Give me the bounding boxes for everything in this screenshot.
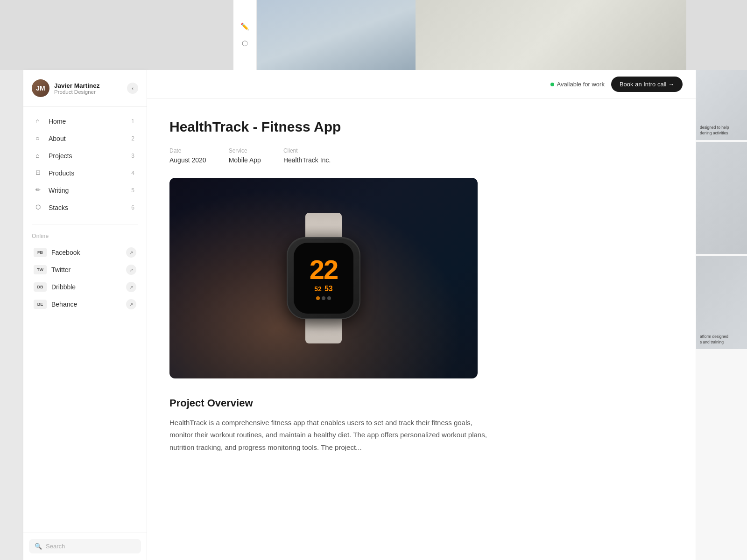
watch-band-bottom bbox=[305, 319, 342, 343]
nav-label-stacks: Stacks bbox=[49, 204, 131, 211]
available-dot bbox=[550, 83, 554, 86]
home-icon: ⌂ bbox=[35, 117, 44, 126]
user-role: Product Designer bbox=[54, 89, 100, 95]
watch-screen: 22 52 53 bbox=[294, 243, 353, 314]
nav-number-writing: 5 bbox=[131, 187, 134, 194]
search-placeholder: Search bbox=[46, 543, 65, 550]
watch-time: 22 bbox=[310, 256, 338, 283]
watch-stat-2: 53 bbox=[324, 285, 333, 293]
client-label: Client bbox=[283, 147, 331, 154]
user-profile: JM Javier Martinez Product Designer bbox=[32, 79, 100, 97]
overview-title: Project Overview bbox=[169, 397, 488, 409]
content-header: Available for work Book an Intro call → bbox=[147, 70, 696, 99]
social-item-twitter[interactable]: TW Twitter ↗ bbox=[32, 261, 138, 278]
right-card-3-text: atform designeds and training bbox=[700, 334, 728, 346]
user-icon: ○ bbox=[35, 134, 44, 143]
right-card-1-text: designed to helpdening activities bbox=[700, 125, 729, 137]
dribbble-arrow-icon: ↗ bbox=[126, 282, 136, 292]
top-image-1 bbox=[257, 0, 416, 70]
watch-dot-2 bbox=[322, 296, 325, 300]
sidebar-header: JM Javier Martinez Product Designer ‹ bbox=[23, 70, 147, 107]
sidebar-bottom: 🔍 Search bbox=[23, 532, 147, 560]
right-card-2 bbox=[696, 142, 747, 254]
sidebar: JM Javier Martinez Product Designer ‹ ⌂ … bbox=[23, 70, 147, 560]
nav-label-projects: Projects bbox=[49, 152, 131, 160]
pen-icon: ✏ bbox=[35, 186, 44, 195]
layers-icon[interactable]: ⬡ bbox=[242, 39, 248, 48]
cart-icon: ⊡ bbox=[35, 169, 44, 177]
nav-number-about: 2 bbox=[131, 135, 134, 142]
search-box[interactable]: 🔍 Search bbox=[29, 539, 141, 553]
nav-divider bbox=[32, 224, 138, 224]
meta-date: Date August 2020 bbox=[169, 147, 206, 164]
project-meta: Date August 2020 Service Mobile App Clie… bbox=[169, 147, 488, 164]
behance-label: Behance bbox=[51, 301, 126, 308]
available-text: Available for work bbox=[557, 81, 605, 88]
watch-dot-3 bbox=[327, 296, 331, 300]
watch-stat-1: 52 bbox=[314, 285, 322, 293]
project-detail: HealthTrack - Fitness App Date August 20… bbox=[147, 99, 511, 476]
watch-indicators bbox=[316, 296, 331, 300]
meta-client: Client HealthTrack Inc. bbox=[283, 147, 331, 164]
right-card-3: atform designeds and training bbox=[696, 256, 747, 349]
dribbble-label: Dribbble bbox=[51, 283, 126, 291]
social-item-facebook[interactable]: FB Facebook ↗ bbox=[32, 244, 138, 261]
right-panel: designed to helpdening activities atform… bbox=[696, 70, 747, 560]
client-value: HealthTrack Inc. bbox=[283, 156, 331, 164]
toolbar-strip: ✏️ ⬡ bbox=[233, 0, 257, 70]
watch-stats: 52 53 bbox=[314, 285, 332, 293]
right-card-1: designed to helpdening activities bbox=[696, 70, 747, 140]
facebook-badge: FB bbox=[34, 248, 47, 257]
watch-band-top bbox=[305, 213, 342, 237]
social-item-dribbble[interactable]: DB Dribbble ↗ bbox=[32, 279, 138, 295]
book-intro-button[interactable]: Book an Intro call → bbox=[611, 77, 683, 92]
sidebar-item-products[interactable]: ⊡ Products 4 bbox=[27, 165, 143, 182]
sidebar-item-writing[interactable]: ✏ Writing 5 bbox=[27, 182, 143, 199]
twitter-badge: TW bbox=[34, 265, 47, 274]
sidebar-item-projects[interactable]: ⌂ Projects 3 bbox=[27, 147, 143, 164]
nav-number-products: 4 bbox=[131, 170, 134, 176]
service-value: Mobile App bbox=[229, 156, 261, 164]
nav-number-stacks: 6 bbox=[131, 204, 134, 211]
overview-text: HealthTrack is a comprehensive fitness a… bbox=[169, 417, 488, 454]
project-image: 22 52 53 bbox=[169, 178, 478, 378]
service-label: Service bbox=[229, 147, 261, 154]
main-content: Available for work Book an Intro call → … bbox=[147, 70, 696, 560]
watch-dot-1 bbox=[316, 296, 320, 300]
sidebar-item-stacks[interactable]: ⬡ Stacks 6 bbox=[27, 199, 143, 216]
watch-body: 22 52 53 bbox=[287, 237, 360, 319]
user-info: Javier Martinez Product Designer bbox=[54, 82, 100, 95]
sidebar-nav: ⌂ Home 1 ○ About 2 ⌂ Projects 3 ⊡ Produc… bbox=[23, 107, 147, 222]
social-item-behance[interactable]: BE Behance ↗ bbox=[32, 296, 138, 313]
folder-icon: ⌂ bbox=[35, 152, 44, 160]
facebook-arrow-icon: ↗ bbox=[126, 247, 136, 258]
dribbble-badge: DB bbox=[34, 282, 47, 292]
collapse-button[interactable]: ‹ bbox=[127, 83, 138, 94]
top-image-2 bbox=[416, 0, 686, 70]
project-title: HealthTrack - Fitness App bbox=[169, 119, 488, 135]
facebook-label: Facebook bbox=[51, 249, 126, 256]
nav-label-writing: Writing bbox=[49, 187, 131, 194]
sidebar-item-about[interactable]: ○ About 2 bbox=[27, 130, 143, 147]
online-section: Online FB Facebook ↗ TW Twitter ↗ DB Dri… bbox=[23, 226, 147, 320]
avatar: JM bbox=[32, 79, 49, 97]
nav-number-projects: 3 bbox=[131, 153, 134, 159]
date-label: Date bbox=[169, 147, 206, 154]
twitter-label: Twitter bbox=[51, 266, 126, 273]
watch-container: 22 52 53 bbox=[279, 213, 368, 343]
available-badge: Available for work bbox=[550, 81, 605, 88]
behance-badge: BE bbox=[34, 300, 47, 309]
date-value: August 2020 bbox=[169, 156, 206, 164]
online-label: Online bbox=[32, 233, 138, 239]
search-icon: 🔍 bbox=[35, 543, 42, 550]
nav-label-about: About bbox=[49, 135, 131, 142]
nav-label-home: Home bbox=[49, 118, 131, 125]
user-name: Javier Martinez bbox=[54, 82, 100, 89]
meta-service: Service Mobile App bbox=[229, 147, 261, 164]
twitter-arrow-icon: ↗ bbox=[126, 265, 136, 275]
nav-label-products: Products bbox=[49, 169, 131, 177]
pencil-icon[interactable]: ✏️ bbox=[240, 22, 249, 31]
behance-arrow-icon: ↗ bbox=[126, 299, 136, 309]
stacks-icon: ⬡ bbox=[35, 203, 44, 212]
sidebar-item-home[interactable]: ⌂ Home 1 bbox=[27, 113, 143, 130]
